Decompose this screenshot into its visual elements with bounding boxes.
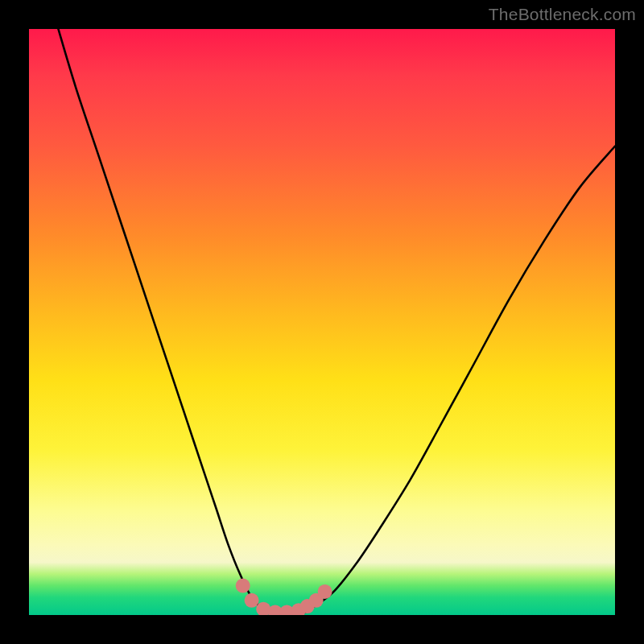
marker-dot xyxy=(236,579,250,593)
flat-bottom-dots xyxy=(236,579,332,615)
bottleneck-curve xyxy=(58,29,615,615)
marker-dot xyxy=(245,593,259,608)
curve-svg xyxy=(29,29,615,615)
outer-frame: TheBottleneck.com xyxy=(0,0,644,644)
marker-dot xyxy=(318,584,332,599)
plot-area xyxy=(29,29,615,615)
watermark-text: TheBottleneck.com xyxy=(489,5,636,24)
